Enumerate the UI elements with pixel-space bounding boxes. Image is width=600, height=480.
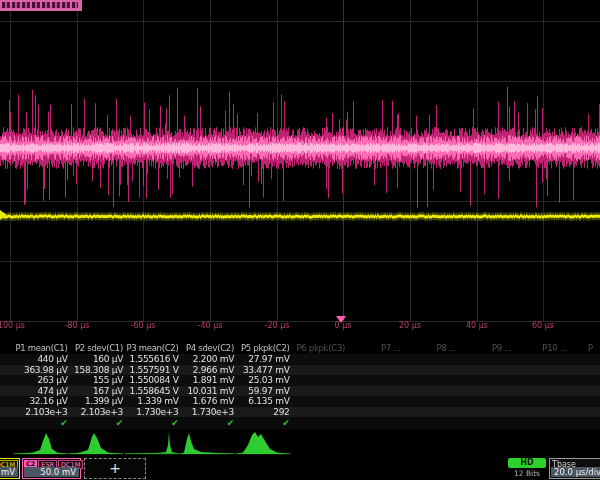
measurement-value: 160 µV — [68, 354, 123, 365]
measurement-column-header[interactable]: P1 mean(C1) — [13, 343, 68, 354]
measurement-value: 292 — [235, 407, 290, 418]
c2-scale-value: 50.0 mV — [24, 467, 79, 477]
measurement-value: 440 µV — [13, 354, 68, 365]
measurement-value: 1.399 µV — [68, 396, 123, 407]
timebase-scale-value: 20.0 µs/div — [551, 467, 600, 477]
measurement-value: 10.031 mV — [179, 386, 234, 397]
measurement-histicons — [0, 429, 600, 456]
measurement-column-header[interactable]: P — [588, 343, 600, 354]
time-axis-label: -100 µs — [0, 321, 25, 331]
measurement-stat-row: 474 µV167 µV1.558645 V10.031 mV59.97 mV — [0, 386, 600, 397]
measurement-status-check-icon: ✔ — [13, 417, 68, 429]
time-axis-label: 60 µs — [532, 321, 554, 331]
measurement-value: 1.730e+3 — [124, 407, 179, 418]
measurement-value: 32.16 µV — [13, 396, 68, 407]
measurement-value: 6.135 mV — [235, 396, 290, 407]
measurement-value: 2.966 mV — [179, 365, 234, 376]
c1-offset-marker[interactable] — [0, 210, 7, 220]
measurement-value: 1.557591 V — [124, 365, 179, 376]
measurement-value: 1.730e+3 — [179, 407, 234, 418]
measurement-value: 155 µV — [68, 375, 123, 386]
measurement-table: P1 mean(C1)P2 sdev(C1)P3 mean(C2)P4 sdev… — [0, 343, 600, 429]
waveform-traces-canvas — [0, 0, 600, 336]
measurement-value: 2.103e+3 — [68, 407, 123, 418]
measurement-column-header[interactable]: P7 ... — [346, 343, 401, 354]
histicon-p1[interactable] — [13, 429, 69, 460]
time-axis-label: -40 µs — [198, 321, 223, 331]
trace-annotation-badge[interactable] — [0, 0, 82, 11]
time-axis-label: -20 µs — [265, 321, 290, 331]
measurement-column-header[interactable]: P10 ... — [512, 343, 567, 354]
measurement-value: 33.477 mV — [235, 365, 290, 376]
measurement-value: 158.308 µV — [68, 365, 123, 376]
time-axis-label: 20 µs — [399, 321, 421, 331]
waveform-plot-area[interactable]: -100 µs-80 µs-60 µs-40 µs-20 µs0 µs20 µs… — [0, 0, 600, 336]
histicon-p5[interactable] — [235, 429, 291, 460]
measurement-status-check-icon: ✔ — [235, 417, 290, 429]
oscilloscope-screen: -100 µs-80 µs-60 µs-40 µs-20 µs0 µs20 µs… — [0, 0, 600, 480]
time-axis-label: -60 µs — [131, 321, 156, 331]
measurement-value: 1.550084 V — [124, 375, 179, 386]
c1-scale-value: 10.0 mV — [0, 467, 18, 477]
measurement-stat-row: 440 µV160 µV1.555616 V2.200 mV27.97 mV — [0, 354, 600, 365]
measurement-stat-row: 263 µV155 µV1.550084 V1.891 mV25.03 mV — [0, 375, 600, 386]
measurement-column-header[interactable]: P2 sdev(C1) — [68, 343, 123, 354]
measurement-value: 27.97 mV — [235, 354, 290, 365]
measurement-value: 363.98 µV — [13, 365, 68, 376]
measurement-value: 1.339 mV — [124, 396, 179, 407]
measurement-value: 1.555616 V — [124, 354, 179, 365]
measurement-value: 1.558645 V — [124, 386, 179, 397]
measurement-column-header[interactable]: P9 ... — [457, 343, 512, 354]
measurement-stat-row: 2.103e+32.103e+31.730e+31.730e+3292 — [0, 407, 600, 418]
measurement-value: 2.200 mV — [179, 354, 234, 365]
histicon-p2[interactable] — [68, 429, 124, 460]
add-trace-button[interactable]: + — [84, 458, 146, 479]
measurement-status-check-icon: ✔ — [179, 417, 234, 429]
measurement-stat-row: 363.98 µV158.308 µV1.557591 V2.966 mV33.… — [0, 365, 600, 376]
measurement-value: 167 µV — [68, 386, 123, 397]
hd-mode-badge: HD — [508, 458, 546, 468]
measurement-column-header[interactable]: P6 pkpk(C3) — [290, 343, 345, 354]
measurement-value: 474 µV — [13, 386, 68, 397]
measurement-column-header[interactable]: P5 pkpk(C2) — [235, 343, 290, 354]
descriptor-bar: DC1M 10.0 mV C2 ESR DC1M 50.0 mV + HD 12… — [0, 457, 600, 480]
histicon-p3[interactable] — [124, 429, 180, 460]
measurement-status-check-icon: ✔ — [124, 417, 179, 429]
measurement-value: 1.676 mV — [179, 396, 234, 407]
measurement-column-header[interactable]: P8 ... — [401, 343, 456, 354]
hd-bits-label: 12 Bits — [508, 469, 546, 478]
time-axis-label: -80 µs — [65, 321, 90, 331]
timebase-descriptor[interactable]: Tbase 20.0 µs/div — [549, 458, 600, 479]
channel-c1-descriptor[interactable]: DC1M 10.0 mV — [0, 458, 20, 479]
measurement-stat-row: 32.16 µV1.399 µV1.339 mV1.676 mV6.135 mV — [0, 396, 600, 407]
histicon-p4[interactable] — [179, 429, 235, 460]
measurement-value: 59.97 mV — [235, 386, 290, 397]
measurement-column-header[interactable]: P3 mean(C2) — [124, 343, 179, 354]
time-axis-label: 0 µs — [335, 321, 352, 331]
measurement-column-header[interactable]: P4 sdev(C2) — [179, 343, 234, 354]
measurement-value: 25.03 mV — [235, 375, 290, 386]
time-axis-label: 40 µs — [466, 321, 488, 331]
annotation-text-unreadable — [2, 2, 78, 8]
measurement-value: 2.103e+3 — [13, 407, 68, 418]
measurement-value: 1.891 mV — [179, 375, 234, 386]
measurement-value: 263 µV — [13, 375, 68, 386]
measurement-status-check-icon: ✔ — [68, 417, 123, 429]
channel-c2-descriptor[interactable]: C2 ESR DC1M 50.0 mV — [22, 458, 81, 479]
